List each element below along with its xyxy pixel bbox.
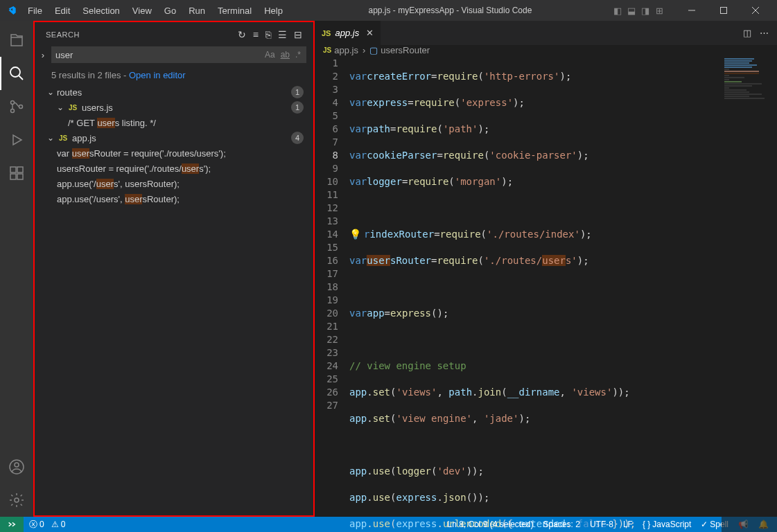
editor-area: JS app.js ✕ ◫ ⋯ JS app.js › ▢ usersRoute…	[315, 21, 777, 517]
remote-indicator[interactable]	[0, 517, 24, 532]
svg-point-2	[11, 101, 15, 105]
activity-account[interactable]	[0, 450, 33, 484]
menu-file[interactable]: File	[22, 3, 48, 19]
minimize-button[interactable]	[676, 0, 708, 21]
toggle-sidebar-icon[interactable]: ◧	[612, 5, 623, 16]
activity-explorer[interactable]	[0, 24, 33, 57]
window-title: app.js - myExpressApp - Visual Studio Co…	[288, 6, 612, 15]
svg-rect-0	[721, 8, 727, 14]
chevron-down-icon: ⌄	[57, 103, 67, 112]
search-sidebar: SEARCH ↻ ≡ ⎘ ☰ ⊟ › Aa ab .* 5 results in…	[33, 21, 315, 517]
activity-scm[interactable]	[0, 90, 33, 123]
js-file-icon: JS	[67, 104, 79, 112]
activity-debug[interactable]	[0, 123, 33, 157]
more-actions-icon[interactable]: ⋯	[760, 28, 769, 38]
status-warnings[interactable]: ⚠ 0	[51, 520, 66, 529]
svg-point-1	[10, 67, 20, 77]
main-menu: File Edit Selection View Go Run Terminal…	[22, 3, 288, 19]
search-title: SEARCH	[46, 30, 238, 39]
activity-search[interactable]	[0, 57, 33, 90]
menu-terminal[interactable]: Terminal	[212, 3, 257, 19]
svg-rect-7	[10, 174, 16, 179]
status-eol[interactable]: LF	[623, 520, 633, 529]
refresh-icon[interactable]: ↻	[238, 29, 246, 40]
svg-point-4	[19, 105, 23, 109]
customize-layout-icon[interactable]: ⊞	[654, 5, 665, 16]
result-match[interactable]: /* GET users listing. */	[40, 115, 308, 130]
match-case-icon[interactable]: Aa	[263, 50, 277, 60]
result-folder[interactable]: ⌄ routes 1	[40, 85, 308, 100]
search-input-row: › Aa ab .*	[35, 46, 313, 66]
code-editor[interactable]: 1234567891011121314151617181920212223242…	[315, 55, 722, 532]
expand-replace-icon[interactable]: ›	[37, 50, 49, 60]
svg-rect-6	[17, 167, 23, 172]
result-file-app[interactable]: ⌄ JS app.js 4	[40, 130, 308, 145]
status-spaces[interactable]: Spaces: 2	[543, 520, 580, 529]
match-word-icon[interactable]: ab	[279, 50, 291, 60]
minimap[interactable]	[722, 55, 777, 532]
activity-settings[interactable]	[0, 484, 33, 517]
svg-rect-8	[17, 174, 23, 179]
collapse-icon[interactable]: ⊟	[294, 29, 302, 40]
view-tree-icon[interactable]: ☰	[278, 29, 287, 40]
layout-controls: ◧ ⬓ ◨ ⊞	[612, 5, 665, 16]
status-errors[interactable]: ⓧ 0	[29, 519, 44, 531]
window-controls	[676, 0, 771, 21]
result-match[interactable]: app.use('/users', usersRouter);	[40, 176, 308, 191]
close-button[interactable]	[740, 0, 771, 21]
svg-point-11	[15, 498, 19, 502]
activity-extensions[interactable]	[0, 157, 33, 190]
status-encoding[interactable]: UTF-8	[590, 520, 613, 529]
results-summary: 5 results in 2 files - Open in editor	[35, 66, 313, 85]
status-cursor[interactable]: Ln 8, Col 9 (4 selected)	[447, 520, 533, 529]
menu-run[interactable]: Run	[183, 3, 211, 19]
svg-rect-5	[10, 167, 16, 172]
chevron-down-icon: ⌄	[47, 87, 57, 97]
result-match[interactable]: var usersRouter = require('./routes/user…	[40, 145, 308, 161]
regex-icon[interactable]: .*	[294, 50, 302, 60]
menu-edit[interactable]: Edit	[49, 3, 76, 19]
menu-view[interactable]: View	[127, 3, 157, 19]
tab-bar: JS app.js ✕ ◫ ⋯	[315, 21, 777, 45]
clear-icon[interactable]: ≡	[253, 29, 259, 40]
vscode-icon	[6, 5, 17, 16]
activity-bar	[0, 21, 33, 517]
titlebar: File Edit Selection View Go Run Terminal…	[0, 0, 777, 21]
tab-app-js[interactable]: JS app.js ✕	[315, 21, 381, 45]
lightbulb-icon[interactable]: 💡	[349, 228, 361, 241]
js-file-icon: JS	[322, 29, 331, 37]
status-language[interactable]: { } JavaScript	[643, 520, 691, 529]
svg-point-10	[15, 463, 19, 467]
result-file-users[interactable]: ⌄ JS users.js 1	[40, 100, 308, 115]
breadcrumb[interactable]: JS app.js › ▢ usersRouter	[315, 45, 777, 55]
result-match[interactable]: usersRouter = require('./routes/users');	[40, 161, 308, 176]
line-numbers: 1234567891011121314151617181920212223242…	[315, 55, 349, 532]
toggle-secondary-icon[interactable]: ◨	[640, 5, 651, 16]
svg-point-3	[11, 109, 15, 113]
split-editor-icon[interactable]: ◫	[743, 28, 751, 38]
menu-go[interactable]: Go	[159, 3, 182, 19]
maximize-button[interactable]	[708, 0, 740, 21]
code-content[interactable]: var createError = require('http-errors')…	[349, 55, 722, 532]
search-results-tree: ⌄ routes 1 ⌄ JS users.js 1 /* GET users …	[35, 85, 313, 206]
menu-help[interactable]: Help	[259, 3, 288, 19]
chevron-down-icon: ⌄	[47, 133, 57, 143]
menu-selection[interactable]: Selection	[77, 3, 125, 19]
js-file-icon: JS	[57, 134, 69, 142]
search-header: SEARCH ↻ ≡ ⎘ ☰ ⊟	[35, 22, 313, 46]
close-tab-icon[interactable]: ✕	[366, 28, 374, 38]
search-input[interactable]	[55, 50, 263, 60]
new-editor-icon[interactable]: ⎘	[265, 29, 271, 40]
result-match[interactable]: app.use('/users', usersRouter);	[40, 191, 308, 206]
toggle-panel-icon[interactable]: ⬓	[626, 5, 637, 16]
open-in-editor-link[interactable]: Open in editor	[129, 70, 186, 80]
